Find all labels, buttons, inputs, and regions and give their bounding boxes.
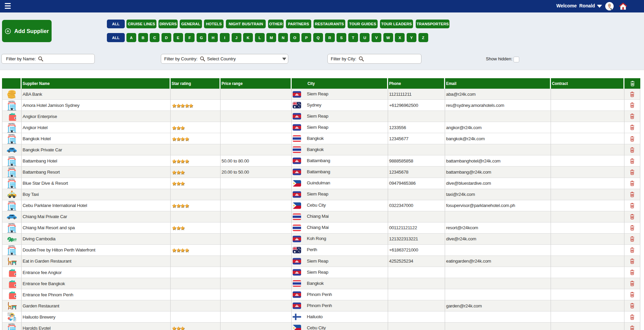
svg-text:HOTEL: HOTEL (8, 100, 15, 102)
svg-text:HOTEL: HOTEL (8, 134, 15, 136)
svg-text:HOTEL: HOTEL (8, 323, 15, 325)
svg-text:HOTEL: HOTEL (8, 156, 15, 158)
svg-text:HOTEL: HOTEL (8, 123, 15, 125)
svg-text:HOTEL: HOTEL (8, 201, 15, 203)
svg-text:HOTEL: HOTEL (8, 167, 15, 169)
svg-text:HOTEL: HOTEL (8, 178, 15, 180)
svg-text:HOTEL: HOTEL (8, 223, 15, 225)
svg-text:HOTEL: HOTEL (8, 245, 15, 247)
